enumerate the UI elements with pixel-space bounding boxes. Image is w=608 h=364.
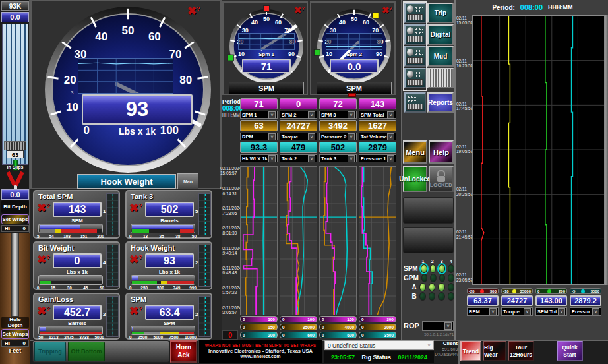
panel-sparkline [106,296,119,337]
help-button[interactable]: Help [429,140,454,164]
scale-range: 02000 [359,324,396,330]
padlock-icon [437,176,445,182]
readout-selector[interactable]: SPM 3˅ [319,111,357,119]
chevron-down-icon: ˅ [387,111,394,119]
company-text: Innovative Electronics - Stafford, Texas… [208,348,313,354]
block-position-readout: 63 [7,150,24,158]
readout-selector[interactable]: Pressure 1˅ [359,154,396,162]
alarm-mute-icon[interactable]: ✖? [129,254,142,265]
status-text: 0 Undefined Status [328,342,375,349]
selector-label: RPM [242,134,253,140]
svg-text:40: 40 [339,19,346,26]
trend-readout-selector[interactable]: Torque˅ [501,307,533,316]
screen-preview-5-button[interactable] [404,92,426,113]
selector-label: Tank 3 [321,156,336,162]
off-bottom-button[interactable]: Off Bottom [68,342,105,361]
menu-button[interactable]: Menu [403,140,427,164]
alarm-mute-icon[interactable]: ✖? [382,6,392,15]
screen-preview-1-button[interactable] [404,3,426,23]
set-wraps-button-bit[interactable]: Set Wraps [1,214,29,224]
mini-panel-total-spm: Total SPM ✖? 143 1 SPM 554103151200 [33,190,120,239]
screen-preview-3-button[interactable] [404,46,426,67]
trend-readout-selector[interactable]: RPM˅ [467,307,499,316]
readout-selector[interactable]: SPM 1˅ [240,111,278,119]
rig-wear-button[interactable]: Rig Wear [483,341,506,361]
bars-icon [407,104,423,110]
svg-text:60: 60 [148,30,161,43]
period-value: 008:00 [222,105,242,113]
trend-readout-selector[interactable]: Pressur˅ [570,307,601,316]
alarm-mute-icon[interactable]: ✖? [37,305,50,317]
manual-mode-button[interactable]: Man [177,173,198,189]
chevron-down-icon: ˅ [308,133,315,140]
led-indicator [419,283,426,291]
readout-selector[interactable]: SPM 2˅ [280,111,317,119]
trend-scrollbar[interactable] [605,15,608,285]
scale-range: 0200 [240,332,278,338]
chart-screen-button[interactable] [427,68,454,88]
chevron-down-icon: ˅ [444,322,452,330]
rop-selector[interactable]: ˅ [422,321,454,331]
readout-selector[interactable]: Hk Wt X 1k˅ [240,154,278,162]
chevron-down-icon: ˅ [348,155,355,162]
unlocked-button[interactable]: UnLocked [403,166,427,192]
alarm-mute-icon[interactable]: ✖? [129,305,142,317]
selector-label: SPM 1 [242,112,257,118]
spm1-mini-trend [238,33,295,50]
readout-selector[interactable]: SPM Total˅ [359,111,396,119]
readout-selector[interactable]: RPM˅ [240,133,278,140]
readout-value: 2879 [359,142,396,153]
scale-range: 0100 [280,316,317,322]
quick-start-button[interactable]: QuickStart [557,341,583,361]
set-wraps-button-hole[interactable]: Set Wraps [1,329,29,339]
trip-button[interactable]: Trip [427,3,454,23]
panel-bar-gauge [38,275,103,285]
spm2-name: Spm 2 [331,51,377,57]
panel-sparkline [106,193,119,235]
strip-chart-1 [240,166,278,315]
led-indicator [448,292,454,301]
screen-preview-2-button[interactable] [404,24,426,45]
digital-button[interactable]: Digital [427,24,454,45]
locked-button[interactable]: LOCKED [429,166,454,192]
selector-label: SPM 2 [282,112,297,118]
led-indicator [419,292,426,301]
horn-ack-button[interactable]: HornAck [170,340,197,363]
readout-selector[interactable]: Tank 2˅ [280,154,317,162]
selector-label: RPM [469,309,480,315]
mud-button[interactable]: Mud [427,46,454,67]
trend-readout-selector[interactable]: SPM Tot˅ [535,307,567,316]
alarm-mute-icon[interactable]: ✖? [187,5,200,16]
readout-selector[interactable]: Tank 3˅ [319,154,357,162]
led-indicator [439,274,446,282]
svg-text:40: 40 [95,30,107,43]
trend-button[interactable]: Trend [460,341,481,361]
readout-selector[interactable]: Pressure 2˅ [319,133,357,140]
chevron-down-icon: ˅ [348,133,355,140]
version-text: 50.1.8.1.2.1ds71 [404,332,454,336]
trend-period-header: Period: 008:00 HHH:MM [456,1,608,13]
trace-dot [512,289,516,293]
alarm-mute-icon[interactable]: ✖? [37,202,50,214]
timestamp: 02/1120:25:57 [456,187,472,197]
block-position-handle[interactable] [4,141,26,150]
alarm-mute-icon[interactable]: ✖? [37,254,50,265]
timestamp: 02/1119:05:57 [456,144,472,154]
selector-label: Tank 2 [282,156,297,162]
readout-selector[interactable]: Tot Volume˅ [359,133,396,140]
pump-led-panel: 1234SPMGPMAB [404,258,454,305]
tripping-button[interactable]: Tripping [34,342,66,361]
screen-preview-4-button[interactable] [404,68,426,88]
trend-readout-value: 63.37 [467,295,499,306]
feet-label: Feet [1,348,29,355]
alarm-mute-icon[interactable]: ✖? [129,202,142,214]
tour-12hours-button[interactable]: Tour12Hours [508,341,534,361]
readout-selector[interactable]: Torque˅ [280,133,317,140]
spm2-value: 0.0 [330,59,379,73]
led-indicator [421,264,427,273]
rig-status-dropdown[interactable]: 0 Undefined Status˅ [324,340,434,350]
hi-value: 0 [23,226,26,231]
drill-pipe-icon [11,233,19,317]
alarm-mute-icon[interactable]: ✖? [294,6,305,15]
reports-button[interactable]: Reports [427,92,454,113]
